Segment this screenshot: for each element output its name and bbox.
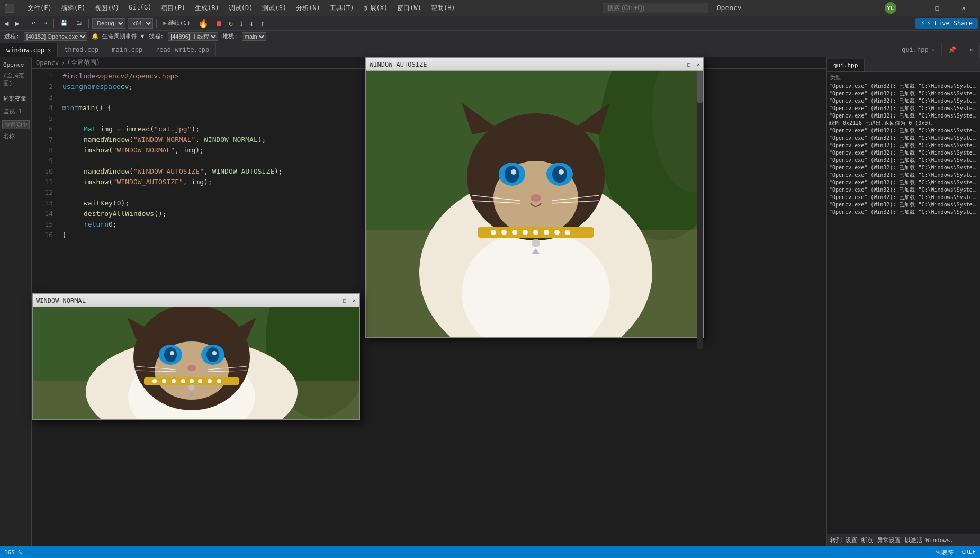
opencv-autosize-titlebar: WINDOW_AUTOSIZE — □ ✕ xyxy=(366,58,703,71)
opencv-autosize-image xyxy=(366,71,703,337)
add-breakpoint[interactable]: 断点 xyxy=(861,536,873,544)
menu-project[interactable]: 项目(P) xyxy=(157,3,190,14)
fire-icon: 🔥 xyxy=(196,17,211,29)
svg-point-47 xyxy=(212,351,217,355)
menu-view[interactable]: 视图(V) xyxy=(91,3,123,14)
right-panel-content: 类型 "Opencv.exe" (Win32): 已加载 "C:\Windows… xyxy=(827,72,980,534)
menu-analyze[interactable]: 分析(N) xyxy=(292,3,325,14)
menu-edit[interactable]: 编辑(E) xyxy=(57,3,90,14)
tab-right-pin[interactable]: 📌 xyxy=(942,43,963,57)
breadcrumb-sep: › xyxy=(61,59,65,67)
watch-tab[interactable]: 监视 1 xyxy=(0,105,31,118)
breadcrumb-namespace: Opencv xyxy=(36,59,59,67)
opencv-autosize-scrollbar[interactable] xyxy=(697,71,703,349)
output-line: "Opencv.exe" (Win32): 已加载 "C:\Windows\Sy… xyxy=(829,179,978,186)
menu-file[interactable]: 文件(F) xyxy=(23,3,56,14)
breadcrumb-scope: (全局范围) xyxy=(67,58,100,67)
svg-point-52 xyxy=(172,379,176,383)
svg-point-23 xyxy=(533,230,538,235)
tab-right-active[interactable]: gui.hpp xyxy=(827,59,865,71)
tab-read-write-cpp[interactable]: read_write.cpp xyxy=(149,43,216,57)
opencv-autosize-close[interactable]: ✕ xyxy=(697,61,700,67)
live-share-button[interactable]: ⚡ ⚡ Live Share xyxy=(915,18,978,29)
close-tab-gui-hpp[interactable]: ✕ xyxy=(932,47,935,53)
svg-point-17 xyxy=(531,194,541,202)
left-sidebar: Opencv (全局范围) 局部变量 监视 1 名称 xyxy=(0,57,32,546)
svg-point-48 xyxy=(187,365,196,371)
stepinto-btn[interactable]: ↓ xyxy=(247,18,256,29)
minimize-button[interactable]: — xyxy=(898,0,923,16)
var-name-column: 名称 xyxy=(0,131,31,141)
stepout-btn[interactable]: ↑ xyxy=(258,18,267,29)
close-button[interactable]: ✕ xyxy=(951,0,976,16)
exception-settings[interactable]: 异常设置 xyxy=(877,536,901,544)
restart-btn[interactable]: ↻ xyxy=(227,18,235,29)
maximize-button[interactable]: □ xyxy=(925,0,949,16)
output-lines: "Opencv.exe" (Win32): 已加载 "C:\Windows\Sy… xyxy=(829,83,978,216)
process-select[interactable]: [40152] Opencv.exe xyxy=(24,32,87,41)
output-line: "Opencv.exe" (Win32): 已加载 "C:\Windows\Sy… xyxy=(829,172,978,179)
menu-debug[interactable]: 调试(D) xyxy=(224,3,257,14)
tab-main-cpp[interactable]: main.cpp xyxy=(105,43,149,57)
var-search-input[interactable] xyxy=(2,120,30,129)
tab-throd-cpp[interactable]: throd.cpp xyxy=(58,43,105,57)
sidebar-namespace-label: Opencv xyxy=(0,59,31,70)
opencv-normal-title: WINDOW_NORMAL xyxy=(36,297,86,304)
thread-select[interactable]: [44896] 主线程 xyxy=(168,32,218,41)
svg-point-44 xyxy=(164,347,177,362)
svg-point-54 xyxy=(190,379,194,383)
toolbar-sep-4 xyxy=(156,19,157,28)
toolbar-redo[interactable]: ↪ xyxy=(41,19,51,28)
goto-settings[interactable]: 转到 设置 xyxy=(830,536,857,544)
output-line: "Opencv.exe" (Win32): 已加载 "C:\Windows\Sy… xyxy=(829,164,978,172)
opencv-autosize-minimize[interactable]: — xyxy=(678,61,681,67)
output-line: "Opencv.exe" (Win32): 已加载 "C:\Windows\Sy… xyxy=(829,201,978,209)
tab-window-cpp[interactable]: window.cpp ✕ xyxy=(0,43,58,57)
svg-point-51 xyxy=(162,379,166,383)
toolbar-undo[interactable]: ↩ xyxy=(29,19,39,28)
opencv-normal-minimize[interactable]: — xyxy=(334,298,337,303)
close-tab-window-cpp[interactable]: ✕ xyxy=(48,47,51,53)
tab-gui-hpp[interactable]: gui.hpp ✕ xyxy=(895,43,942,57)
toolbar-save[interactable]: 💾 xyxy=(57,19,71,28)
live-share-icon: ⚡ xyxy=(921,20,924,27)
opencv-autosize-maximize[interactable]: □ xyxy=(687,61,690,67)
menu-test[interactable]: 测试(S) xyxy=(258,3,291,14)
local-vars-tab[interactable]: 局部变量 xyxy=(0,93,31,105)
opencv-normal-maximize[interactable]: □ xyxy=(343,298,346,303)
right-tab-label: gui.hpp xyxy=(833,62,858,69)
event-label: 🔔 生命周期事件 ▼ xyxy=(92,32,145,40)
output-line: "Opencv.exe" (Win32): 已加载 "C:\Windows\Sy… xyxy=(829,134,978,142)
continue-button[interactable]: ▶ 继续(C) xyxy=(160,18,194,28)
stepover-btn[interactable]: ⤵ xyxy=(237,18,245,29)
menu-extensions[interactable]: 扩展(X) xyxy=(359,3,392,14)
sidebar-scope-label: (全局范围) xyxy=(0,70,31,88)
menu-build[interactable]: 生成(B) xyxy=(191,3,223,14)
output-line: "Opencv.exe" (Win32): 已加载 "C:\Windows\Sy… xyxy=(829,157,978,164)
stack-select[interactable]: main xyxy=(242,32,266,41)
scrollbar-thumb[interactable] xyxy=(697,71,703,103)
user-avatar: YL xyxy=(885,2,896,14)
tab-label-read-write-cpp: read_write.cpp xyxy=(156,46,209,53)
back-button[interactable]: ◀ xyxy=(2,18,11,29)
tab-right-close[interactable]: ✕ xyxy=(963,43,980,57)
menu-tools[interactable]: 工具(T) xyxy=(326,3,358,14)
process-label: 进程: xyxy=(4,32,20,40)
platform-select[interactable]: x64 xyxy=(128,18,153,29)
search-input[interactable] xyxy=(603,3,708,13)
forward-button[interactable]: ▶ xyxy=(13,18,21,29)
menu-window[interactable]: 窗口(W) xyxy=(393,3,426,14)
tab-label-throd-cpp: throd.cpp xyxy=(64,46,98,53)
vs-logo: ⬛ xyxy=(4,3,15,13)
stop-btn[interactable]: ⏹ xyxy=(213,18,224,29)
cat-image-small xyxy=(33,307,359,419)
menu-help[interactable]: 帮助(H) xyxy=(427,3,460,14)
activate-windows[interactable]: 以激活 Windows. xyxy=(905,536,954,544)
build-config-select[interactable]: Debug xyxy=(92,18,125,29)
tab-label-window-cpp: window.cpp xyxy=(6,47,44,54)
opencv-normal-close[interactable]: ✕ xyxy=(353,298,356,303)
menu-git[interactable]: Git(G) xyxy=(124,3,156,14)
thread-label: 线程: xyxy=(149,32,164,40)
svg-point-27 xyxy=(532,239,540,247)
toolbar-saveall[interactable]: 🗂 xyxy=(73,19,85,28)
